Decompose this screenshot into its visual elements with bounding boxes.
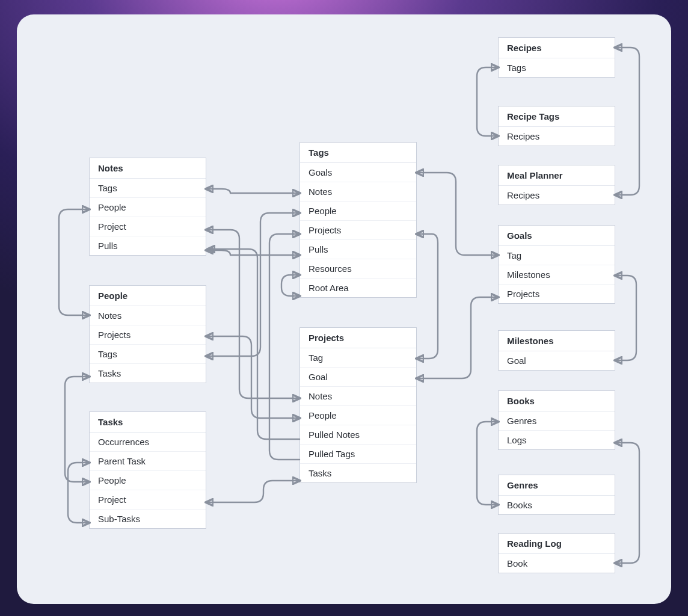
entity-row: Tasks — [90, 364, 206, 383]
entity-row: Resources — [300, 259, 416, 279]
entity-row: Tags — [90, 179, 206, 198]
entity-row: Projects — [90, 325, 206, 345]
entity-goals: Goals Tag Milestones Projects — [498, 225, 615, 304]
entity-row: Occurrences — [90, 433, 206, 452]
entity-genres: Genres Books — [498, 475, 615, 515]
entity-title: Meal Planner — [499, 165, 615, 186]
entity-row: Sub-Tasks — [90, 510, 206, 528]
entity-projects: Projects Tag Goal Notes People Pulled No… — [299, 327, 417, 483]
entity-row: Project — [90, 490, 206, 510]
entity-row: People — [90, 198, 206, 217]
entity-row: Genres — [499, 411, 615, 431]
entity-row: Pulls — [90, 236, 206, 255]
entity-title: Tasks — [90, 412, 206, 433]
entity-row: Tasks — [300, 464, 416, 482]
entity-row: Pulls — [300, 240, 416, 259]
diagram-canvas: Notes Tags People Project Pulls People N… — [17, 14, 671, 604]
entity-row: Notes — [90, 306, 206, 325]
entity-row: Pulled Notes — [300, 425, 416, 445]
entity-notes: Notes Tags People Project Pulls — [89, 158, 206, 256]
entity-row: Project — [90, 217, 206, 236]
entity-books: Books Genres Logs — [498, 390, 615, 450]
entity-tags: Tags Goals Notes People Projects Pulls R… — [299, 142, 417, 298]
entity-row: People — [90, 471, 206, 490]
entity-title: Tags — [300, 143, 416, 163]
entity-title: Recipes — [499, 38, 615, 58]
entity-row: Root Area — [300, 279, 416, 297]
entity-recipes: Recipes Tags — [498, 37, 615, 78]
entity-row: Parent Task — [90, 452, 206, 471]
entity-row: Tag — [300, 348, 416, 368]
entity-title: People — [90, 286, 206, 306]
entity-title: Reading Log — [499, 534, 615, 554]
entity-people: People Notes Projects Tags Tasks — [89, 285, 206, 383]
entity-recipetags: Recipe Tags Recipes — [498, 106, 615, 146]
entity-row: Goals — [300, 163, 416, 182]
entity-row: Logs — [499, 431, 615, 449]
entity-title: Recipe Tags — [499, 106, 615, 127]
entity-row: Recipes — [499, 186, 615, 205]
entity-row: People — [300, 406, 416, 425]
entity-row: Notes — [300, 387, 416, 406]
entity-tasks: Tasks Occurrences Parent Task People Pro… — [89, 411, 206, 529]
entity-row: Pulled Tags — [300, 445, 416, 464]
entity-row: Notes — [300, 182, 416, 202]
entity-row: People — [300, 202, 416, 221]
entity-mealplanner: Meal Planner Recipes — [498, 165, 615, 205]
entity-title: Milestones — [499, 331, 615, 351]
entity-title: Genres — [499, 475, 615, 496]
entity-row: Tags — [499, 58, 615, 77]
entity-milestones: Milestones Goal — [498, 330, 615, 371]
entity-row: Tag — [499, 246, 615, 265]
entity-row: Recipes — [499, 127, 615, 146]
entity-row: Projects — [300, 221, 416, 240]
entity-row: Tags — [90, 345, 206, 364]
entity-title: Books — [499, 391, 615, 411]
entity-row: Projects — [499, 285, 615, 303]
entity-row: Milestones — [499, 265, 615, 285]
entity-title: Goals — [499, 226, 615, 246]
entity-row: Books — [499, 496, 615, 514]
entity-row: Goal — [300, 368, 416, 387]
entity-title: Projects — [300, 328, 416, 348]
entity-readinglog: Reading Log Book — [498, 533, 615, 573]
entity-row: Book — [499, 554, 615, 573]
entity-title: Notes — [90, 158, 206, 179]
entity-row: Goal — [499, 351, 615, 370]
